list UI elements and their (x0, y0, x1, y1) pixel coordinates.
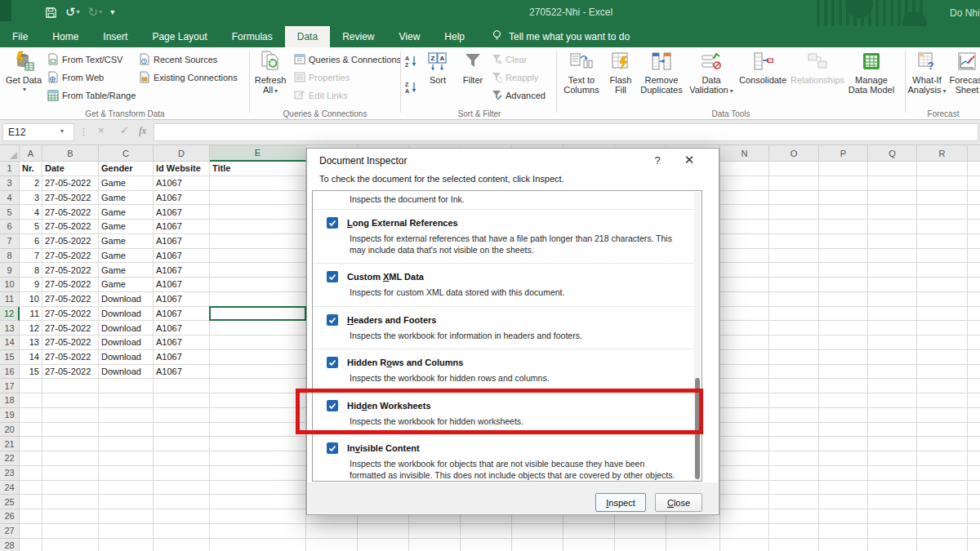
cell-E7[interactable] (210, 234, 306, 249)
cell-N14[interactable] (720, 335, 769, 350)
recent-sources-button[interactable]: Recent Sources (139, 51, 217, 68)
cell-E16[interactable] (210, 365, 306, 380)
cell-Q26[interactable] (868, 509, 917, 524)
cell-E12[interactable] (210, 307, 306, 322)
cell-E15[interactable] (210, 350, 306, 365)
cell-H28[interactable] (409, 539, 461, 551)
cell-B12[interactable]: 27-05-2022 (42, 307, 99, 322)
cell-D26[interactable] (154, 509, 210, 524)
cell-D9[interactable]: A1067 (154, 263, 210, 278)
cell-E11[interactable] (210, 292, 306, 307)
cell-H27[interactable] (409, 524, 461, 539)
cell-O10[interactable] (769, 278, 819, 292)
cell-O16[interactable] (769, 365, 819, 380)
row-header-16[interactable]: 16 (0, 365, 20, 380)
tab-help[interactable]: Help (432, 26, 477, 47)
row-header-8[interactable]: 8 (0, 249, 20, 264)
cell-P24[interactable] (819, 481, 868, 495)
cell-N1[interactable] (720, 162, 769, 176)
cell-S20[interactable] (968, 423, 980, 438)
cell-Q14[interactable] (868, 335, 917, 350)
cell-A23[interactable] (20, 466, 42, 481)
cell-P11[interactable] (819, 292, 868, 307)
cell-P6[interactable] (819, 220, 868, 234)
cell-E10[interactable] (210, 278, 306, 292)
cell-D18[interactable] (154, 393, 210, 408)
row-header-19[interactable]: 19 (0, 408, 20, 423)
cell-R25[interactable] (917, 495, 968, 509)
cell-A7[interactable]: 6 (20, 234, 42, 249)
cell-N9[interactable] (720, 263, 769, 278)
tab-data[interactable]: Data (285, 26, 330, 47)
cell-B11[interactable]: 27-05-2022 (42, 292, 99, 307)
cell-N16[interactable] (720, 365, 769, 380)
tab-review[interactable]: Review (330, 26, 386, 47)
cell-Q20[interactable] (868, 423, 917, 438)
cell-B13[interactable]: 27-05-2022 (42, 321, 99, 335)
column-header-N[interactable]: N (720, 145, 769, 162)
dialog-close-icon[interactable]: ✕ (681, 153, 697, 167)
cell-R14[interactable] (917, 335, 968, 350)
cell-S25[interactable] (968, 495, 980, 509)
cell-S17[interactable] (968, 379, 980, 393)
formula-bar-more-icon[interactable]: ⋮ (79, 127, 87, 137)
cell-D1[interactable]: Id Website (154, 162, 210, 176)
cell-J27[interactable] (512, 524, 564, 539)
cell-P26[interactable] (819, 509, 868, 524)
cell-Q4[interactable] (868, 191, 917, 206)
cell-N26[interactable] (720, 509, 769, 524)
scrollbar-thumb[interactable] (695, 378, 700, 479)
cell-G28[interactable] (358, 539, 409, 551)
row-header-24[interactable]: 24 (0, 481, 20, 495)
account-name[interactable]: Do Nhi (950, 7, 980, 19)
cell-C10[interactable]: Game (99, 278, 154, 292)
cell-A28[interactable] (20, 539, 42, 551)
tab-page-layout[interactable]: Page Layout (140, 26, 219, 47)
cell-Q17[interactable] (868, 379, 917, 393)
sort-az-button[interactable]: AZ (405, 52, 419, 69)
cell-A18[interactable] (20, 393, 42, 408)
cell-M27[interactable] (666, 524, 720, 539)
column-header-B[interactable]: B (42, 145, 99, 162)
dialog-scrollbar[interactable] (694, 192, 701, 482)
cell-R18[interactable] (917, 393, 968, 408)
checkbox-checked-icon[interactable] (327, 357, 338, 368)
cell-N5[interactable] (720, 205, 769, 220)
cell-P12[interactable] (819, 307, 868, 322)
cell-P5[interactable] (819, 205, 868, 220)
cell-L28[interactable] (615, 539, 666, 551)
cell-C21[interactable] (99, 437, 154, 451)
cell-C14[interactable]: Download (99, 335, 154, 350)
cell-R10[interactable] (917, 278, 968, 292)
column-header-D[interactable]: D (154, 145, 210, 162)
row-header-11[interactable]: 11 (0, 292, 20, 307)
cell-O1[interactable] (769, 162, 819, 176)
cell-R13[interactable] (917, 321, 968, 335)
cell-S12[interactable] (968, 307, 980, 322)
row-header-6[interactable]: 6 (0, 220, 20, 234)
cell-Q12[interactable] (868, 307, 917, 322)
cell-B23[interactable] (42, 466, 99, 481)
cell-D10[interactable]: A1067 (154, 278, 210, 292)
cell-A15[interactable]: 14 (20, 350, 42, 365)
cell-O9[interactable] (769, 263, 819, 278)
cell-F27[interactable] (306, 524, 358, 539)
sort-za-button[interactable]: ZA (405, 78, 419, 96)
cell-C22[interactable] (99, 451, 154, 466)
cell-D20[interactable] (154, 423, 210, 438)
dialog-help-icon[interactable]: ? (650, 154, 665, 167)
cell-O18[interactable] (769, 393, 819, 408)
cell-I28[interactable] (461, 539, 512, 551)
cell-D24[interactable] (154, 481, 210, 495)
cell-P27[interactable] (819, 524, 868, 539)
cell-B9[interactable]: 27-05-2022 (42, 263, 99, 278)
column-header-E[interactable]: E (210, 145, 306, 162)
cell-N10[interactable] (720, 278, 769, 292)
cell-S22[interactable] (968, 451, 980, 466)
cell-O4[interactable] (769, 191, 819, 206)
cell-A6[interactable]: 5 (20, 220, 42, 234)
cell-O13[interactable] (769, 321, 819, 335)
row-header-4[interactable]: 4 (0, 191, 20, 206)
cell-D8[interactable]: A1067 (154, 249, 210, 264)
cell-R23[interactable] (917, 466, 968, 481)
